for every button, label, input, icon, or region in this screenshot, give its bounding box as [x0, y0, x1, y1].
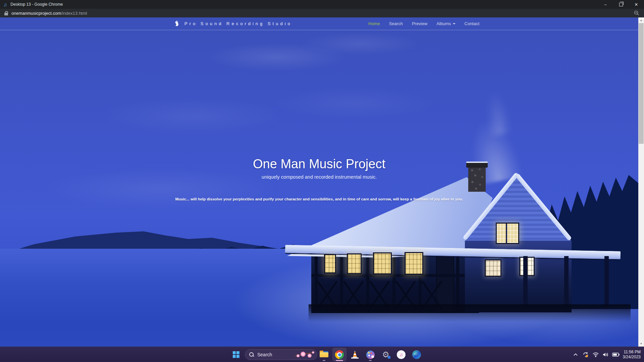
system-tray: 11:56 PM 3/24/2023 — [571, 347, 644, 362]
browser-titlebar: ♫ Desktop 13 - Google Chrome – ✕ — [0, 0, 644, 9]
running-indicator — [323, 360, 325, 361]
restore-button[interactable] — [613, 0, 629, 9]
paint-icon — [366, 351, 375, 359]
url-domain: onemanmusicproject.com — [11, 11, 61, 16]
sync-status-icon[interactable] — [581, 350, 591, 360]
lit-window — [405, 252, 423, 275]
lock-icon[interactable] — [4, 11, 8, 15]
clock-date: 3/24/2023 — [623, 355, 641, 360]
brand-link[interactable]: Pro Sound Recording Studio — [174, 17, 292, 30]
running-indicator — [369, 360, 372, 361]
timber-post — [366, 252, 369, 312]
timber-beam — [311, 274, 479, 277]
itunes-icon: ♫ — [397, 350, 406, 359]
taskbar-search[interactable]: Search — [245, 349, 317, 360]
window-title: Desktop 13 - Google Chrome — [10, 2, 63, 7]
taskbar: Search ⚙ ♫ — [0, 347, 644, 362]
minimize-button[interactable]: – — [598, 0, 613, 9]
timber-post — [456, 252, 459, 312]
vlc-icon — [351, 351, 359, 359]
lit-window — [347, 253, 362, 274]
edge-icon — [412, 350, 421, 359]
windows-logo-icon — [233, 351, 239, 358]
taskbar-app-chrome[interactable] — [332, 348, 346, 361]
taskbar-clock[interactable]: 11:56 PM 3/24/2023 — [623, 350, 641, 360]
taskbar-app-vlc[interactable] — [348, 348, 362, 361]
upstairs-lit-window — [496, 223, 519, 244]
porch-post — [564, 256, 569, 306]
minimize-icon: – — [604, 2, 606, 7]
taskbar-app-itunes[interactable]: ♫ — [394, 348, 408, 361]
hidden-icons-chevron[interactable] — [571, 350, 581, 360]
url-text[interactable]: onemanmusicproject.com/index13.html — [11, 11, 87, 16]
close-icon: ✕ — [635, 2, 638, 7]
hero-quote: Music... will help dissolve your perplex… — [0, 197, 638, 201]
window-controls: – ✕ — [598, 0, 644, 9]
nav-item-preview[interactable]: Preview — [412, 21, 427, 26]
wifi-icon[interactable] — [591, 350, 601, 360]
lit-window — [324, 254, 336, 274]
taskbar-app-paint[interactable] — [363, 348, 377, 361]
scroll-down-arrow[interactable]: ▼ — [638, 341, 644, 347]
scrollbar-thumb[interactable] — [639, 23, 644, 144]
settings-gear-icon: ⚙ — [382, 351, 389, 359]
porch-post — [523, 256, 528, 306]
battery-icon[interactable] — [611, 350, 621, 360]
taskbar-app-edge[interactable] — [410, 348, 424, 361]
desktop-screen: ♫ Desktop 13 - Google Chrome – ✕ onemanm… — [0, 0, 644, 362]
nav-item-search[interactable]: Search — [389, 21, 403, 26]
start-button[interactable] — [229, 349, 243, 360]
lit-window — [485, 259, 501, 277]
url-path: /index13.html — [61, 11, 87, 16]
chrome-icon — [335, 350, 344, 359]
taskbar-app-settings[interactable]: ⚙ — [379, 348, 393, 361]
hero-subtitle: uniquely composed and recorded instrumen… — [0, 174, 638, 180]
taskbar-app-file-explorer[interactable] — [317, 348, 331, 361]
nav-item-home[interactable]: Home — [368, 21, 380, 26]
search-placeholder: Search — [257, 352, 272, 357]
search-icon — [249, 352, 254, 357]
nav-item-contact[interactable]: Contact — [465, 21, 480, 26]
brand-swirl-icon — [174, 20, 180, 27]
address-bar[interactable]: onemanmusicproject.com/index13.html — [0, 9, 644, 17]
active-indicator — [336, 360, 343, 361]
site-navbar: Pro Sound Recording Studio Home Search P… — [0, 17, 638, 30]
clock-time: 11:56 PM — [623, 350, 641, 355]
hero-title: One Man Music Project — [0, 157, 638, 171]
timber-post — [340, 252, 343, 312]
restore-icon — [619, 3, 623, 6]
file-explorer-icon — [320, 351, 328, 358]
volume-icon[interactable] — [601, 350, 611, 360]
cabin-shadow — [309, 304, 631, 322]
close-button[interactable]: ✕ — [629, 0, 644, 9]
chevron-down-icon — [453, 23, 455, 24]
nav-links: Home Search Preview Albums Contact — [368, 17, 479, 30]
page-viewport: Pro Sound Recording Studio Home Search P… — [0, 17, 644, 347]
timber-post — [392, 252, 395, 312]
scroll-up-arrow[interactable]: ▲ — [638, 17, 644, 23]
brand-name: Pro Sound Recording Studio — [184, 21, 292, 26]
porch-post — [604, 256, 609, 306]
nav-item-albums[interactable]: Albums — [436, 21, 455, 26]
page-scrollbar[interactable]: ▲ ▼ — [638, 17, 644, 347]
cherry-blossom-decoration — [293, 351, 314, 359]
lit-window — [373, 252, 392, 275]
zoom-out-icon[interactable] — [634, 10, 639, 16]
tab-favicon-music-note-icon: ♫ — [3, 2, 7, 7]
